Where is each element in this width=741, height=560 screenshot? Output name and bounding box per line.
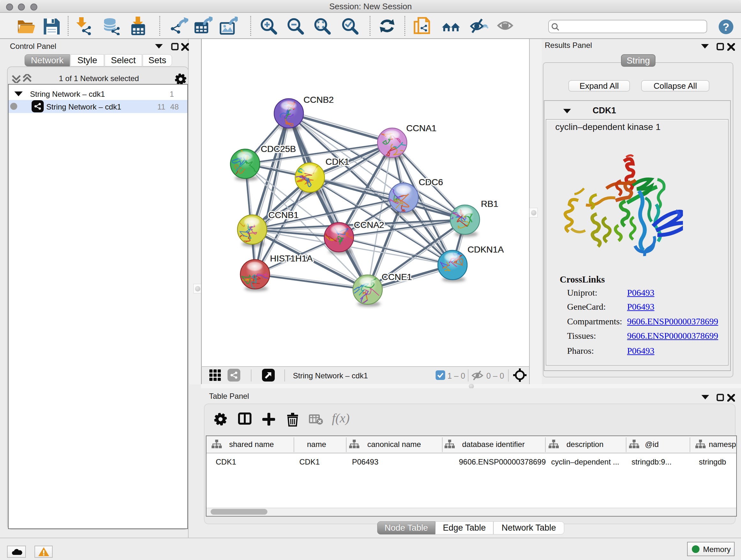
svg-text:CDC6: CDC6 xyxy=(419,177,443,187)
svg-text:CDKN1A: CDKN1A xyxy=(468,245,504,254)
svg-text:CCNA1: CCNA1 xyxy=(406,123,436,133)
svg-text:CDK1: CDK1 xyxy=(326,157,349,167)
svg-text:CDC25B: CDC25B xyxy=(261,144,296,154)
svg-text:RB1: RB1 xyxy=(481,199,498,209)
svg-text:HIST1H1A: HIST1H1A xyxy=(270,253,313,263)
svg-text:CCNB2: CCNB2 xyxy=(304,95,334,105)
svg-text:CCNE1: CCNE1 xyxy=(382,272,412,282)
svg-text:CCNB1: CCNB1 xyxy=(268,210,299,220)
svg-text:CCNA2: CCNA2 xyxy=(354,220,384,230)
